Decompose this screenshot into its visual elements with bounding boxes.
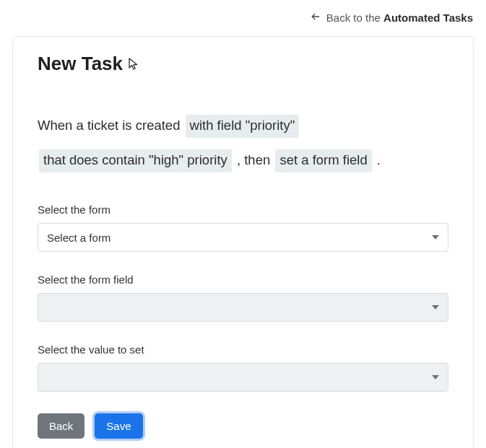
back-button[interactable]: Back [38, 413, 84, 439]
sentence-part3: . [377, 152, 381, 167]
rule-sentence: When a ticket is created with field "pri… [38, 108, 448, 177]
arrow-left-icon [311, 12, 321, 24]
form-select-label: Select the form [38, 203, 448, 216]
action-chip[interactable]: set a form field [275, 149, 371, 172]
back-to-automated-tasks-link[interactable]: Back to the Automated Tasks [311, 12, 473, 24]
caret-down-icon [432, 305, 439, 309]
form-select[interactable]: Select a form [38, 223, 448, 252]
backlink-prefix: Back to the [326, 12, 383, 24]
caret-down-icon [432, 235, 439, 240]
cursor-icon [129, 58, 139, 71]
value-select[interactable] [38, 363, 448, 392]
condition-operator-chip[interactable]: that does contain "high" priority [39, 149, 232, 172]
new-task-card: New Task When a ticket is created with f… [12, 36, 474, 448]
value-select-label: Select the value to set [38, 343, 448, 356]
backlink-text: Back to the Automated Tasks [326, 12, 473, 24]
save-button[interactable]: Save [95, 413, 142, 439]
sentence-part2: , then [237, 152, 274, 167]
caret-down-icon [432, 375, 439, 379]
condition-field-chip[interactable]: with field "priority" [186, 115, 300, 138]
sentence-part1: When a ticket is created [38, 118, 184, 133]
page-title: New Task [38, 53, 123, 75]
form-select-value: Select a form [47, 232, 110, 244]
form-field-select-label: Select the form field [38, 273, 448, 286]
backlink-bold: Automated Tasks [383, 12, 473, 24]
form-field-select[interactable] [38, 293, 448, 322]
